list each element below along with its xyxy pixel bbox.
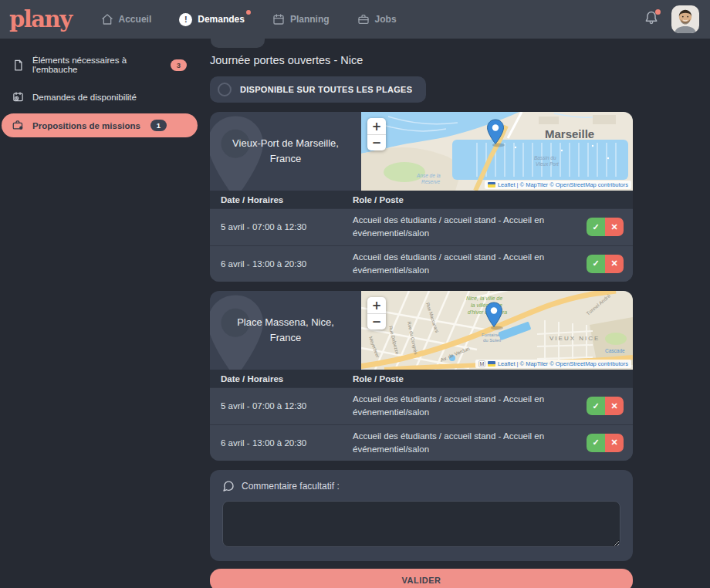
nav-label: Planning [290,14,330,25]
location-name: Vieux-Port de Marseille, France [222,136,349,167]
svg-text:Fontaine: Fontaine [482,333,500,337]
svg-text:Vieux Port: Vieux Port [536,161,560,167]
nav-planning[interactable]: Planning [272,13,330,25]
plany-app: plany Accueil ! Demandes Planning Jobs [0,0,710,588]
comment-header: Commentaire facultatif : [222,480,620,492]
plany-logo[interactable]: plany [9,6,72,32]
valider-button[interactable]: VALIDER [210,569,633,588]
slot-row: 6 avril - 13:00 à 20:30 Accueil des étud… [210,424,633,461]
slot-date: 6 avril - 13:00 à 20:30 [221,259,353,269]
column-date-horaires: Date / Horaires [210,374,353,384]
accept-reject-control: ✓ ✕ [587,255,624,273]
sidebar-item-propositions-missions[interactable]: Propositions de missions 1 [2,113,198,137]
attribution-text[interactable]: Leaflet | © MapTiler © OpenStreetMap con… [498,181,628,188]
available-all-slots-toggle[interactable]: DISPONIBLE SUR TOUTES LES PLAGES [210,76,426,103]
location-cell: Vieux-Port de Marseille, France [210,112,361,191]
map-attribution: Leaflet | © MapTiler © OpenStreetMap con… [485,181,631,189]
mission-card-marseille: Vieux-Port de Marseille, France [210,112,633,282]
slot-role: Accueil des étudiants / accueil stand - … [353,393,587,420]
toggle-label: DISPONIBLE SUR TOUTES LES PLAGES [240,85,412,94]
table-header: Date / Horaires Role / Poste [210,191,633,208]
reject-button[interactable]: ✕ [605,255,624,273]
nav-demandes[interactable]: ! Demandes [179,13,245,26]
zoom-out-button[interactable]: − [367,134,386,150]
sidebar-item-demandes-disponibilite[interactable]: Demandes de disponibilité [2,85,198,109]
map-nice[interactable]: Nice, la ville de la villégiature d'hive… [361,291,633,370]
maptiler-logo[interactable]: M [478,360,485,367]
sidebar-item-label: Propositions de missions [32,121,140,130]
svg-text:Cascade: Cascade [605,348,625,353]
accept-reject-control: ✓ ✕ [587,434,624,452]
column-role-poste: Role / Poste [353,195,633,204]
zoom-in-button[interactable]: + [367,118,386,134]
avatar-image [671,5,699,33]
avatar[interactable] [671,5,699,33]
map-tiles: Marseille Bassin du Vieux Port Anse de l… [361,112,633,191]
comment-input[interactable] [222,501,620,547]
exclamation-icon: ! [179,13,192,26]
comment-label: Commentaire facultatif : [242,481,340,492]
map-zoom-control: + − [367,118,386,150]
nav-accueil[interactable]: Accueil [101,13,152,25]
accept-button[interactable]: ✓ [587,434,605,452]
accept-reject-control: ✓ ✕ [587,397,624,415]
svg-text:Nice, la ville de: Nice, la ville de [466,296,502,301]
slot-role: Accueil des étudiants / accueil stand - … [353,214,587,241]
notification-dot [246,10,251,15]
notifications-button[interactable] [644,10,659,29]
column-role-poste: Role / Poste [353,374,633,384]
comment-card: Commentaire facultatif : [210,470,633,561]
zoom-out-button[interactable]: − [367,313,386,329]
map-attribution: M Leaflet | © MapTiler © OpenStreetMap c… [475,360,631,368]
slot-row: 6 avril - 13:00 à 20:30 Accueil des étud… [210,245,633,282]
slot-date: 5 avril - 07:00 à 12:30 [221,401,353,411]
map-zoom-control: + − [367,297,386,329]
accept-button[interactable]: ✓ [587,218,605,236]
sidebar-item-label: Demandes de disponibilité [32,93,137,102]
sidebar-item-elements-embauche[interactable]: Éléments nécessaires à l'embauche 3 [2,49,198,80]
svg-text:du Soleil: du Soleil [483,338,501,343]
page-title: Journée portes ouvertes - Nice [210,54,633,66]
accept-button[interactable]: ✓ [587,255,605,273]
map-marseille[interactable]: Marseille Bassin du Vieux Port Anse de l… [361,112,633,191]
column-date-horaires: Date / Horaires [210,195,353,204]
reject-button[interactable]: ✕ [605,218,624,236]
topbar: plany Accueil ! Demandes Planning Jobs [0,0,710,39]
slot-date: 5 avril - 07:00 à 12:30 [221,222,353,231]
count-badge: 3 [171,59,187,71]
nav-label: Demandes [198,14,245,25]
count-badge: 1 [150,120,167,131]
reject-button[interactable]: ✕ [605,397,624,415]
main-content: Journée portes ouvertes - Nice DISPONIBL… [210,46,633,588]
home-icon [101,13,113,25]
sidebar-item-label: Éléments nécessaires à l'embauche [32,56,161,74]
nav-label: Jobs [375,14,397,25]
zoom-in-button[interactable]: + [367,297,386,313]
svg-text:Réserve: Réserve [421,179,441,184]
sidebar: Éléments nécessaires à l'embauche 3 Dema… [0,39,199,142]
slot-role: Accueil des étudiants / accueil stand - … [353,430,587,457]
attribution-text[interactable]: Leaflet | © MapTiler © OpenStreetMap con… [498,360,628,367]
mission-card-header: Place Massena, Nice, France [210,291,633,370]
briefcase-gear-icon [12,120,24,131]
main-nav: Accueil ! Demandes Planning Jobs [101,13,397,26]
notification-dot [655,9,661,15]
location-cell: Place Massena, Nice, France [210,291,361,370]
topbar-right [644,5,699,33]
accept-reject-control: ✓ ✕ [587,218,624,236]
reject-button[interactable]: ✕ [605,434,624,452]
ukraine-flag-icon [488,361,495,367]
calendar-icon [272,13,285,25]
slot-date: 6 avril - 13:00 à 20:30 [221,438,353,448]
active-tab-indicator [211,39,265,48]
nav-jobs[interactable]: Jobs [357,13,397,25]
accept-button[interactable]: ✓ [587,397,605,415]
briefcase-icon [357,13,370,25]
toggle-circle-icon [218,83,232,96]
document-icon [12,59,24,71]
svg-text:Anse de la: Anse de la [416,173,441,178]
calendar-clock-icon [12,91,24,103]
slot-role: Accueil des étudiants / accueil stand - … [353,251,587,278]
svg-text:Bassin du: Bassin du [534,155,556,161]
location-name: Place Massena, Nice, France [222,315,349,346]
